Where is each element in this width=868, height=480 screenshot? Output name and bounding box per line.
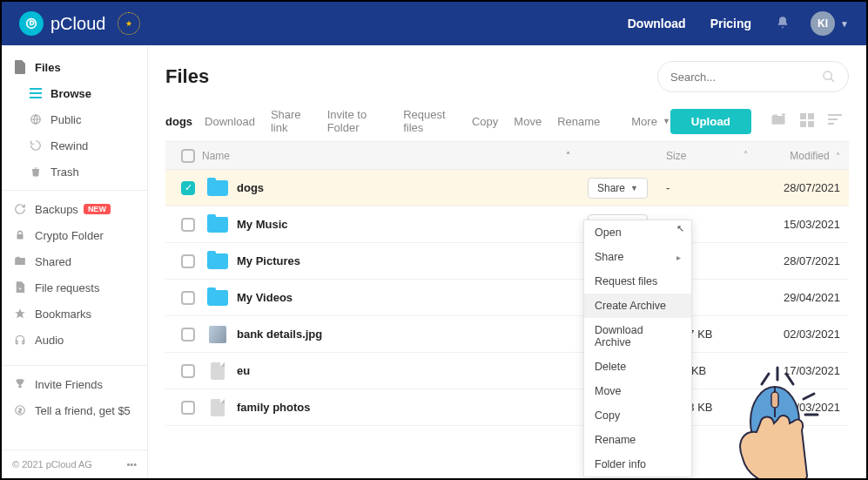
sidebar-item-bookmarks[interactable]: Bookmarks bbox=[2, 301, 147, 327]
svg-rect-10 bbox=[808, 121, 814, 127]
sidebar-item-tell[interactable]: Tell a friend, get $5 bbox=[2, 397, 147, 423]
ctx-create-archive[interactable]: Create Archive↖ bbox=[584, 294, 691, 318]
tb-move[interactable]: Move bbox=[514, 115, 542, 128]
sidebar-item-crypto[interactable]: Crypto Folder bbox=[2, 222, 147, 248]
sidebar-label: Audio bbox=[35, 334, 64, 347]
sidebar-item-rewind[interactable]: Rewind bbox=[2, 132, 147, 159]
sidebar-item-backups[interactable]: Backups NEW bbox=[2, 196, 147, 222]
ctx-rename[interactable]: Rename bbox=[584, 428, 691, 452]
more-dots-icon[interactable]: ••• bbox=[126, 459, 137, 470]
sidebar-item-invite[interactable]: Invite Friends bbox=[2, 371, 147, 397]
trophy-icon bbox=[12, 376, 28, 392]
rewind-icon bbox=[28, 138, 44, 153]
row-checkbox[interactable] bbox=[181, 291, 195, 305]
col-name-label[interactable]: Name bbox=[202, 150, 230, 162]
svg-rect-11 bbox=[828, 114, 842, 116]
sidebar: Files Browse Public Rewind Trash Backups… bbox=[2, 45, 148, 478]
file-name: dogs bbox=[237, 181, 264, 194]
sidebar-item-audio[interactable]: Audio bbox=[2, 327, 147, 353]
row-checkbox[interactable] bbox=[181, 254, 195, 268]
search-box[interactable] bbox=[657, 61, 849, 92]
sidebar-label: Invite Friends bbox=[35, 378, 103, 391]
svg-point-0 bbox=[27, 19, 37, 29]
breadcrumb[interactable]: dogs bbox=[165, 115, 192, 128]
ctx-copy[interactable]: Copy bbox=[584, 403, 691, 428]
filereq-icon bbox=[12, 280, 28, 295]
file-name: My Pictures bbox=[237, 254, 300, 267]
ctx-delete[interactable]: Delete bbox=[584, 355, 691, 379]
globe-icon bbox=[28, 112, 44, 127]
folder-icon bbox=[207, 290, 228, 306]
table-row[interactable]: My PicturesShare▼-28/07/2021 bbox=[165, 243, 849, 280]
tb-sharelink[interactable]: Share link bbox=[271, 108, 312, 134]
grid-view-icon[interactable] bbox=[800, 113, 814, 130]
tb-invite[interactable]: Invite to Folder bbox=[327, 108, 388, 134]
row-checkbox[interactable] bbox=[181, 328, 195, 341]
row-checkbox[interactable] bbox=[181, 181, 195, 195]
ctx-move[interactable]: Move bbox=[584, 379, 691, 403]
svg-rect-2 bbox=[30, 92, 42, 94]
row-checkbox[interactable] bbox=[181, 401, 195, 415]
bell-icon[interactable] bbox=[776, 16, 790, 32]
share-button[interactable]: Share▼ bbox=[588, 178, 648, 199]
col-modified-label[interactable]: Modified bbox=[790, 150, 829, 162]
file-name: family photos bbox=[237, 401, 311, 414]
row-checkbox[interactable] bbox=[181, 218, 195, 232]
table-row[interactable]: dogsShare▼-28/07/2021 bbox=[165, 170, 849, 206]
tb-copy[interactable]: Copy bbox=[472, 115, 498, 128]
new-folder-icon[interactable] bbox=[770, 113, 786, 129]
tb-more[interactable]: More▼ bbox=[631, 115, 670, 128]
svg-rect-8 bbox=[808, 113, 814, 119]
ctx-download-archive[interactable]: Download Archive bbox=[584, 318, 691, 355]
cursor-icon: ↖ bbox=[676, 223, 684, 234]
table-row[interactable]: My VideosShare▼-29/04/2021 bbox=[165, 280, 849, 316]
shared-icon bbox=[12, 254, 28, 269]
tb-rename[interactable]: Rename bbox=[557, 115, 600, 128]
file-modified: 28/07/2021 bbox=[753, 254, 840, 267]
nav-download[interactable]: Download bbox=[628, 17, 686, 30]
region-badge: ★ bbox=[118, 12, 140, 35]
col-size-label[interactable]: Size bbox=[666, 150, 686, 162]
search-icon bbox=[822, 70, 836, 84]
sidebar-item-public[interactable]: Public bbox=[2, 106, 147, 132]
sidebar-item-browse[interactable]: Browse bbox=[2, 80, 147, 106]
table-row[interactable]: My MusicShare▼-15/03/2021 bbox=[165, 206, 849, 243]
ctx-request[interactable]: Request files bbox=[584, 269, 691, 294]
sidebar-label: Public bbox=[50, 113, 81, 126]
search-input[interactable] bbox=[670, 71, 822, 84]
sidebar-label: Trash bbox=[50, 166, 79, 179]
svg-rect-9 bbox=[800, 121, 806, 127]
image-thumbnail-icon bbox=[209, 326, 226, 343]
user-menu-caret-icon[interactable]: ▼ bbox=[840, 19, 849, 29]
upload-button[interactable]: Upload bbox=[670, 109, 751, 134]
sort-caret-icon[interactable]: ˄ bbox=[566, 151, 570, 160]
context-menu: Open Share Request files Create Archive↖… bbox=[583, 220, 692, 477]
user-avatar[interactable]: KI bbox=[811, 11, 835, 36]
file-modified: 28/07/2021 bbox=[753, 181, 840, 194]
sidebar-item-shared[interactable]: Shared bbox=[2, 248, 147, 274]
file-size: - bbox=[666, 181, 753, 194]
file-modified: 29/04/2021 bbox=[753, 291, 840, 304]
file-icon bbox=[12, 59, 28, 75]
tb-request[interactable]: Request files bbox=[403, 108, 456, 134]
svg-rect-7 bbox=[800, 113, 806, 119]
sidebar-label: Browse bbox=[50, 87, 91, 100]
select-all-checkbox[interactable] bbox=[181, 149, 195, 163]
sidebar-label: Rewind bbox=[50, 139, 88, 152]
file-modified: 02/03/2021 bbox=[753, 328, 840, 341]
ctx-folder-info[interactable]: Folder info bbox=[584, 452, 691, 477]
star-icon bbox=[12, 306, 28, 321]
sidebar-item-files[interactable]: Files bbox=[2, 54, 147, 80]
sort-icon[interactable] bbox=[828, 114, 842, 129]
ctx-share[interactable]: Share bbox=[584, 245, 691, 269]
table-row[interactable]: bank details.jpgShare 🔗206.7 KB02/03/202… bbox=[165, 316, 849, 353]
row-checkbox[interactable] bbox=[181, 364, 195, 378]
sidebar-item-trash[interactable]: Trash bbox=[2, 159, 147, 185]
svg-rect-1 bbox=[30, 88, 42, 90]
ctx-open[interactable]: Open bbox=[584, 220, 691, 245]
nav-pricing[interactable]: Pricing bbox=[710, 17, 751, 30]
tb-download[interactable]: Download bbox=[205, 115, 255, 128]
trash-icon bbox=[28, 164, 44, 179]
sidebar-item-filerequests[interactable]: File requests bbox=[2, 274, 147, 301]
file-name: My Videos bbox=[237, 291, 293, 304]
